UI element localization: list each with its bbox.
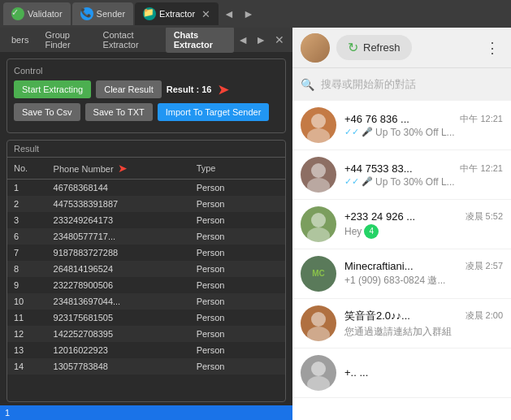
svg-point-0 (311, 114, 326, 128)
table-row[interactable]: 9 232278900506 Person (7, 277, 285, 293)
save-txt-button[interactable]: Save To TXT (85, 103, 153, 121)
table-row[interactable]: 6 23480577717... Person (7, 228, 285, 245)
preview-text-3: Hey (344, 226, 362, 237)
wa-header: ↻ Refresh ⋮ (292, 28, 511, 68)
chat-list: +46 76 836 ... 中午 12:21 ✓✓ 🎤 Up To 30% O… (292, 101, 511, 420)
table-row[interactable]: 11 923175681505 Person (7, 310, 285, 326)
tab-sender[interactable]: 📞 Sender (72, 2, 133, 25)
cell-type: Person (190, 293, 285, 310)
table-row[interactable]: 8 264814196524 Person (7, 261, 285, 277)
chat-item-4[interactable]: MC Minecraftiani... 凌晨 2:57 +1 (909) 683… (292, 249, 511, 299)
status-value: 1 (5, 408, 10, 418)
cell-phone: 4475338391887 (47, 196, 190, 212)
cell-phone: 9187883727288 (47, 245, 190, 261)
svg-point-5 (307, 227, 330, 242)
chat-time-1: 中午 12:21 (460, 113, 503, 125)
cell-phone: 142252708395 (47, 326, 190, 342)
chat-item-2[interactable]: +44 7533 83... 中午 12:21 ✓✓ 🎤 Up To 30% O… (292, 150, 511, 200)
cell-no: 6 (7, 228, 47, 245)
control-row-2: Save To Csv Save To TXT Import To Target… (14, 103, 279, 121)
chat-item-5[interactable]: 笑音音2.0♪♪... 凌晨 2:00 您通過邀請連結加入群組 (292, 299, 511, 349)
save-csv-button[interactable]: Save To Csv (14, 103, 80, 121)
start-extracting-button[interactable]: Start Extracting (14, 80, 91, 98)
cell-phone: 232278900506 (47, 277, 190, 293)
sub-tab-chats-extractor[interactable]: Chats Extractor (166, 28, 235, 53)
status-bar: 1 (0, 405, 292, 420)
chat-content-1: +46 76 836 ... 中午 12:21 ✓✓ 🎤 Up To 30% O… (344, 113, 503, 138)
chat-content-3: +233 24 926 ... 凌晨 5:52 Hey 4 (344, 210, 503, 239)
minecraft-logo: MC (312, 256, 325, 292)
tab-validator[interactable]: ✓ Validator (3, 2, 71, 25)
sub-tab-bar: bers Group Finder Contact Extractor Chat… (0, 28, 292, 52)
avatar-svg-5 (301, 305, 336, 341)
sub-tab-close-icon[interactable]: ✕ (270, 33, 289, 46)
data-table[interactable]: No. Phone Number ➤ Type 1 46768368144 Pe… (7, 158, 285, 401)
wa-search-bar[interactable]: 🔍 搜尋或開始新的對話 (292, 68, 511, 101)
clear-result-button[interactable]: Clear Result (96, 80, 162, 98)
cell-phone: 233249264173 (47, 212, 190, 228)
table-row[interactable]: 1 46768368144 Person (7, 180, 285, 197)
sub-tab-members[interactable]: bers (3, 32, 37, 48)
cell-type: Person (190, 245, 285, 261)
col-type: Type (190, 158, 285, 180)
import-target-button[interactable]: Import To Target Sender (158, 103, 270, 121)
extractor-icon: 📁 (143, 7, 156, 20)
left-panel: bers Group Finder Contact Extractor Chat… (0, 28, 292, 420)
chat-name-2: +44 7533 83... (344, 162, 413, 175)
search-placeholder: 搜尋或開始新的對話 (321, 77, 416, 92)
avatar-svg-2 (301, 157, 336, 193)
chat-preview-4: +1 (909) 683-0824 邀... (344, 274, 503, 288)
table-row[interactable]: 7 9187883727288 Person (7, 245, 285, 261)
cell-type: Person (190, 228, 285, 245)
result-count: Result : 16 (167, 84, 212, 94)
table-row[interactable]: 12 142252708395 Person (7, 326, 285, 342)
read-check-2: ✓✓ (344, 176, 359, 187)
chat-time-3: 凌晨 5:52 (466, 210, 503, 223)
tab-nav-prev[interactable]: ◄ (220, 7, 238, 20)
svg-point-1 (307, 128, 330, 143)
tab-validator-label: Validator (28, 9, 63, 19)
cell-type: Person (190, 326, 285, 342)
chat-avatar-6 (301, 355, 336, 391)
svg-point-3 (307, 178, 330, 193)
table-row[interactable]: 2 4475338391887 Person (7, 196, 285, 212)
result-label: Result (7, 141, 285, 158)
cell-phone: 46768368144 (47, 180, 190, 197)
chat-top-3: +233 24 926 ... 凌晨 5:52 (344, 210, 503, 223)
tab-extractor[interactable]: 📁 Extractor ✕ (135, 2, 219, 25)
sub-tab-group-finder[interactable]: Group Finder (37, 28, 94, 53)
chat-top-2: +44 7533 83... 中午 12:21 (344, 162, 503, 175)
tab-close-icon[interactable]: ✕ (201, 8, 210, 20)
chat-item-3[interactable]: +233 24 926 ... 凌晨 5:52 Hey 4 (292, 200, 511, 249)
control-label: Control (14, 66, 279, 76)
sub-tab-nav-prev[interactable]: ◄ (234, 33, 252, 46)
chat-preview-2: ✓✓ 🎤 Up To 30% Off L... (344, 176, 503, 188)
chat-content-4: Minecraftiani... 凌晨 2:57 +1 (909) 683-08… (344, 260, 503, 288)
chat-time-2: 中午 12:21 (460, 162, 503, 175)
chat-preview-1: ✓✓ 🎤 Up To 30% Off L... (344, 127, 503, 138)
table-row[interactable]: 3 233249264173 Person (7, 212, 285, 228)
sub-tab-nav-next[interactable]: ► (252, 33, 270, 46)
top-tab-bar: ✓ Validator 📞 Sender 📁 Extractor ✕ ◄ ► (0, 0, 511, 28)
cell-no: 14 (7, 358, 47, 375)
wa-menu-icon[interactable]: ⋮ (482, 36, 503, 60)
table-row[interactable]: 13 12016022923 Person (7, 342, 285, 358)
validator-icon: ✓ (11, 7, 24, 20)
avatar-svg-3 (301, 206, 336, 242)
read-check-1: ✓✓ (344, 127, 359, 137)
table-row[interactable]: 14 13057783848 Person (7, 358, 285, 375)
table-row[interactable]: 10 234813697044... Person (7, 293, 285, 310)
svg-point-9 (307, 376, 330, 391)
sub-tab-contact-extractor[interactable]: Contact Extractor (95, 28, 166, 53)
cell-type: Person (190, 277, 285, 293)
tab-nav-next[interactable]: ► (240, 7, 258, 20)
cell-phone: 13057783848 (47, 358, 190, 375)
chat-item-1[interactable]: +46 76 836 ... 中午 12:21 ✓✓ 🎤 Up To 30% O… (292, 101, 511, 150)
chat-item-6[interactable]: +.. ... (292, 349, 511, 398)
chat-name-4: Minecraftiani... (344, 260, 414, 272)
chat-preview-5: 您通過邀請連結加入群組 (344, 325, 503, 339)
phone-sort-icon: ➤ (118, 162, 128, 175)
cell-type: Person (190, 180, 285, 197)
cell-no: 2 (7, 196, 47, 212)
refresh-button[interactable]: ↻ Refresh (336, 35, 412, 60)
